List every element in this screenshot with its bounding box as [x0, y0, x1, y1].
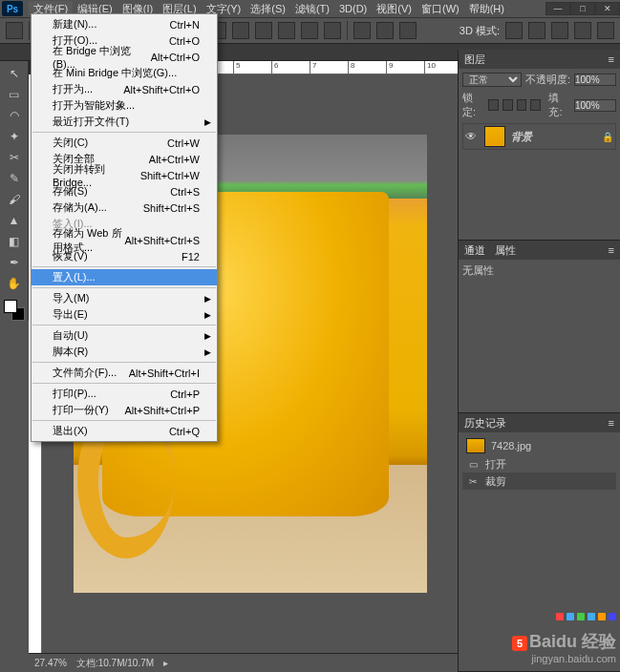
opt-icon[interactable]: [255, 22, 272, 39]
file-menu-item[interactable]: 打印(P)...Ctrl+P: [32, 386, 217, 402]
history-item[interactable]: ✂ 裁剪: [462, 472, 616, 490]
panels: 图层≡ 正常 不透明度: 锁定: 填充: 👁 背景 🔒: [458, 50, 620, 672]
hand-tool[interactable]: ✋: [3, 273, 26, 294]
history-tab[interactable]: 历史记录: [464, 416, 506, 430]
opt-icon[interactable]: [551, 22, 568, 39]
menu-help[interactable]: 帮助(H): [464, 1, 509, 17]
file-menu-item[interactable]: 在 Mini Bridge 中浏览(G)...: [32, 65, 217, 81]
snapshot-label: 7428.jpg: [491, 440, 531, 452]
file-menu-item[interactable]: 最近打开文件(T)▶: [32, 114, 217, 130]
status-bar: 27.47% 文档:10.7M/10.7M ▸: [29, 653, 458, 672]
layer-row[interactable]: 👁 背景 🔒: [462, 123, 616, 150]
opt-icon[interactable]: [353, 22, 371, 39]
menu-view[interactable]: 视图(V): [372, 1, 417, 17]
lock-label: 锁定:: [462, 91, 484, 119]
brush-tool[interactable]: 🖌: [3, 189, 26, 210]
3d-mode-label: 3D 模式:: [460, 24, 500, 38]
watermark-dots: [556, 613, 616, 620]
opt-icon[interactable]: [376, 22, 394, 39]
move-tool[interactable]: ↖: [3, 63, 26, 84]
opt-icon[interactable]: [399, 22, 417, 39]
opacity-label: 不透明度:: [525, 73, 570, 87]
color-swatch[interactable]: [4, 300, 25, 321]
opt-icon[interactable]: [597, 22, 614, 39]
fill-field[interactable]: [574, 99, 616, 112]
file-menu-item[interactable]: 导出(E)▶: [32, 306, 217, 323]
watermark: 5Baidu 经验 jingyan.baidu.com: [512, 630, 616, 664]
tool-preset-icon[interactable]: [6, 22, 23, 39]
eyedropper-tool[interactable]: ✎: [3, 168, 26, 189]
opt-icon[interactable]: [278, 22, 295, 39]
chevron-right-icon[interactable]: ▸: [163, 658, 168, 668]
opt-icon[interactable]: [528, 22, 545, 39]
history-snapshot[interactable]: 7428.jpg: [462, 436, 616, 455]
lock-icon[interactable]: [530, 99, 541, 111]
lock-icon[interactable]: [517, 99, 527, 111]
layer-name[interactable]: 背景: [511, 130, 596, 144]
history-label: 裁剪: [485, 474, 506, 489]
file-menu-item[interactable]: 关闭(C)Ctrl+W: [32, 135, 217, 151]
file-menu-item[interactable]: 打开为智能对象...: [32, 97, 217, 114]
file-menu-item[interactable]: 恢复(V)F12: [32, 248, 217, 264]
file-menu-item[interactable]: 打印一份(Y)Alt+Shift+Ctrl+P: [32, 402, 217, 418]
file-menu-item[interactable]: 脚本(R)▶: [32, 344, 217, 360]
opt-icon[interactable]: [505, 22, 523, 39]
maximize-button[interactable]: □: [570, 2, 595, 15]
menu-select[interactable]: 选择(S): [246, 1, 290, 17]
no-properties-label: 无属性: [462, 263, 616, 278]
file-menu-item[interactable]: 存储为 Web 所用格式...Alt+Shift+Ctrl+S: [32, 232, 217, 248]
tools-sidebar: ↖ ▭ ◠ ✦ ✂ ✎ 🖌 ▲ ◧ ✒ ✋: [0, 61, 29, 321]
file-menu-item[interactable]: 导入(M)▶: [32, 290, 217, 306]
lock-icon[interactable]: [502, 99, 513, 111]
panel-menu-icon[interactable]: ≡: [609, 417, 614, 429]
menu-3d[interactable]: 3D(D): [334, 2, 372, 15]
opt-icon[interactable]: [301, 22, 318, 39]
lock-icon[interactable]: [488, 99, 499, 111]
layers-panel: 图层≡ 正常 不透明度: 锁定: 填充: 👁 背景 🔒: [459, 50, 620, 241]
fill-label: 填充:: [548, 91, 570, 119]
pen-tool[interactable]: ✒: [3, 252, 26, 273]
marquee-tool[interactable]: ▭: [3, 84, 26, 105]
file-menu-item[interactable]: 存储(S)Ctrl+S: [32, 183, 217, 200]
opt-icon[interactable]: [574, 22, 591, 39]
zoom-level[interactable]: 27.47%: [34, 658, 67, 668]
stamp-tool[interactable]: ▲: [3, 210, 26, 231]
document-info[interactable]: 文档:10.7M/10.7M: [76, 657, 154, 670]
crop-icon: ✂: [466, 474, 480, 488]
layers-tab[interactable]: 图层: [464, 52, 485, 67]
file-menu-item[interactable]: 新建(N)...Ctrl+N: [32, 16, 217, 32]
menu-filter[interactable]: 滤镜(T): [290, 1, 334, 17]
properties-panel: 通道属性≡ 无属性: [459, 241, 620, 413]
history-item[interactable]: ▭ 打开: [462, 455, 616, 472]
file-menu-item[interactable]: 存储为(A)...Shift+Ctrl+S: [32, 200, 217, 216]
minimize-button[interactable]: —: [545, 2, 570, 15]
opt-icon[interactable]: [324, 22, 341, 39]
crop-tool[interactable]: ✂: [3, 147, 26, 168]
menu-window[interactable]: 窗口(W): [417, 1, 464, 17]
file-menu-item[interactable]: 退出(X)Ctrl+Q: [32, 423, 217, 439]
opacity-field[interactable]: [574, 74, 616, 86]
file-menu-item[interactable]: 打开为...Alt+Shift+Ctrl+O: [32, 81, 217, 97]
wand-tool[interactable]: ✦: [3, 126, 26, 147]
app-icon: Ps: [2, 1, 23, 16]
layer-thumb: [484, 126, 505, 147]
visibility-icon[interactable]: 👁: [465, 130, 479, 143]
lasso-tool[interactable]: ◠: [3, 105, 26, 126]
panel-menu-icon[interactable]: ≡: [609, 53, 614, 65]
properties-tab[interactable]: 属性: [495, 243, 516, 258]
file-menu-dropdown: 新建(N)...Ctrl+N打开(O)...Ctrl+O在 Bridge 中浏览…: [31, 13, 218, 442]
channels-tab[interactable]: 通道: [464, 243, 485, 258]
close-button[interactable]: ✕: [595, 2, 620, 15]
lock-icon: 🔒: [602, 132, 613, 142]
blend-mode-select[interactable]: 正常: [462, 73, 522, 87]
snapshot-thumb: [466, 438, 485, 453]
opt-icon[interactable]: [232, 22, 249, 39]
file-menu-item[interactable]: 自动(U)▶: [32, 327, 217, 344]
file-menu-item[interactable]: 关闭并转到 Bridge...Shift+Ctrl+W: [32, 167, 217, 183]
file-menu-item[interactable]: 在 Bridge 中浏览(B)...Alt+Ctrl+O: [32, 49, 217, 65]
panel-menu-icon[interactable]: ≡: [609, 244, 614, 256]
eraser-tool[interactable]: ◧: [3, 231, 26, 252]
file-menu-item[interactable]: 文件简介(F)...Alt+Shift+Ctrl+I: [32, 365, 217, 381]
file-menu-item[interactable]: 置入(L)...: [32, 269, 217, 285]
open-icon: ▭: [466, 457, 480, 471]
